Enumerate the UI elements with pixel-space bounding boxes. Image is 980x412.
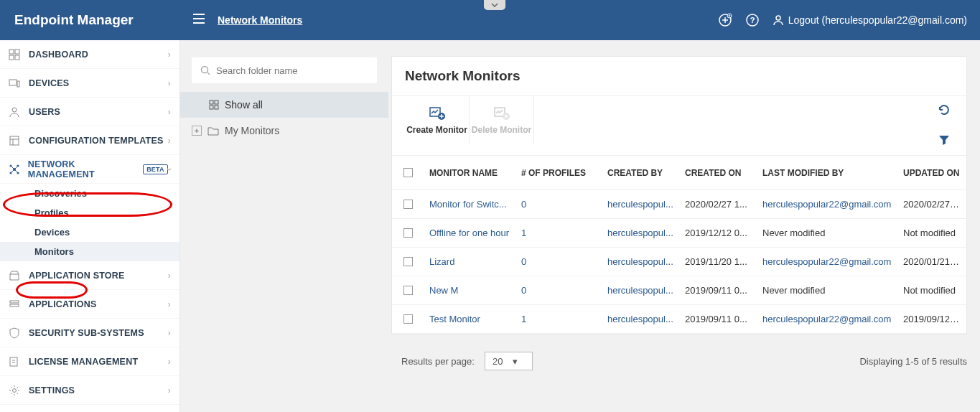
monitor-name-link[interactable]: New M [424,285,515,296]
gear-icon [9,385,26,396]
chevron-down-icon: › [164,167,174,170]
page-title: Network Monitors [392,57,966,95]
select-all-checkbox[interactable] [403,168,413,177]
devices-icon [9,78,26,89]
table-row[interactable]: Monitor for Switc... 0 herculespopul... … [392,190,966,219]
help-icon[interactable]: ? [745,13,760,27]
search-icon [200,65,210,75]
created-by[interactable]: herculespopul... [602,228,679,238]
sidebar-item-devices[interactable]: DEVICES › [0,69,179,98]
expand-icon[interactable]: + [192,126,202,136]
modified-by[interactable]: herculespopular22@gmail.com [757,199,897,210]
svg-point-4 [776,16,780,20]
sidebar-item-settings[interactable]: SETTINGS › [0,376,179,405]
logout-link[interactable]: Logout (herculespopular22@gmail.com) [773,14,967,26]
chevron-down-icon [491,3,498,7]
row-checkbox[interactable] [403,314,413,324]
search-input[interactable] [216,65,368,76]
col-name[interactable]: MONITOR NAME [424,168,515,178]
created-by[interactable]: herculespopul... [602,199,679,210]
svg-rect-24 [215,100,218,104]
created-on: 2019/12/12 0... [679,228,757,238]
table-row[interactable]: Offline for one hour 1 herculespopul... … [392,219,966,248]
table-row[interactable]: Test Monitor 1 herculespopul... 2019/09/… [392,305,966,334]
created-by[interactable]: herculespopul... [602,314,679,324]
col-updated-on[interactable]: UPDATED ON [897,168,966,178]
created-on: 2020/02/27 1... [679,199,757,210]
modified-by[interactable]: herculespopular22@gmail.com [757,256,897,267]
monitors-table: MONITOR NAME # OF PROFILES CREATED BY CR… [392,155,966,334]
sidebar-item-users[interactable]: USERS › [0,98,179,126]
monitor-name-link[interactable]: Offline for one hour [424,228,515,238]
sidebar-sub-discoveries[interactable]: Discoveries [0,184,179,203]
sidebar-sub-profiles[interactable]: Profiles [0,203,179,223]
main-content: Network Monitors Create Monitor Delete M… [388,40,980,412]
svg-rect-9 [9,80,17,85]
sidebar-item-app-store[interactable]: APPLICATION STORE › [0,261,179,290]
row-checkbox[interactable] [403,286,413,295]
profiles-count[interactable]: 0 [515,256,602,267]
sidebar-sub-devices[interactable]: Devices [0,223,179,242]
created-by[interactable]: herculespopul... [602,256,679,267]
monitor-name-link[interactable]: Test Monitor [424,314,515,324]
sidebar-label: LICENSE MANAGEMENT [29,357,138,367]
row-checkbox[interactable] [403,257,413,266]
sidebar-item-network-management[interactable]: NETWORK MANAGEMENT BETA › [0,155,179,184]
folder-icon [207,126,219,136]
svg-rect-12 [10,136,19,145]
store-icon [9,270,26,281]
breadcrumb-link[interactable]: Network Monitors [218,14,302,26]
sidebar-item-dashboard[interactable]: DASHBOARD › [0,40,179,69]
show-all-button[interactable]: Show all [180,92,388,118]
created-on: 2019/11/20 1... [679,256,757,267]
profiles-count[interactable]: 1 [515,314,602,324]
chevron-right-icon: › [168,328,171,338]
svg-rect-19 [10,304,19,306]
created-by[interactable]: herculespopul... [602,285,679,296]
show-all-label: Show all [225,99,263,111]
col-profiles[interactable]: # OF PROFILES [515,168,602,178]
row-checkbox[interactable] [403,228,413,238]
license-icon [9,356,26,367]
filter-icon[interactable] [938,134,950,148]
create-monitor-button[interactable]: Create Monitor [405,96,470,145]
sidebar-sub-monitors[interactable]: Monitors [0,242,179,261]
col-created-by[interactable]: CREATED BY [602,168,679,178]
sidebar-label: APPLICATIONS [29,299,97,309]
row-checkbox[interactable] [403,200,413,209]
templates-icon [9,135,26,146]
hamburger-icon[interactable] [193,14,205,27]
header-dropdown-tab[interactable] [484,0,505,10]
svg-text:?: ? [750,16,755,24]
svg-rect-7 [9,55,14,60]
table-header-row: MONITOR NAME # OF PROFILES CREATED BY CR… [392,156,966,190]
sidebar-item-applications[interactable]: APPLICATIONS › [0,290,179,319]
sidebar-item-security[interactable]: SECURITY SUB-SYSTEMS › [0,319,179,347]
sidebar: DASHBOARD › DEVICES › USERS › CONFIGURAT… [0,40,180,412]
add-icon[interactable] [718,13,732,27]
sidebar-item-license[interactable]: LICENSE MANAGEMENT › [0,347,179,376]
table-row[interactable]: New M 0 herculespopul... 2019/09/11 0...… [392,276,966,305]
network-icon [9,164,25,175]
sidebar-label: NETWORK MANAGEMENT [28,159,139,179]
monitors-card: Network Monitors Create Monitor Delete M… [391,56,967,334]
results-per-page-select[interactable]: 20 ▾ [485,352,533,370]
profiles-count[interactable]: 0 [515,285,602,296]
monitor-name-link[interactable]: Lizard [424,256,515,267]
monitor-name-link[interactable]: Monitor for Switc... [424,199,515,210]
profiles-count[interactable]: 1 [515,228,602,238]
folder-search[interactable] [192,57,377,83]
created-on: 2019/09/11 0... [679,314,757,324]
col-modified-by[interactable]: LAST MODIFIED BY [757,168,897,178]
svg-rect-20 [10,357,17,366]
sidebar-item-config-templates[interactable]: CONFIGURATION TEMPLATES › [0,126,179,155]
profiles-count[interactable]: 0 [515,199,602,210]
col-created-on[interactable]: CREATED ON [679,168,757,178]
tree-root-item[interactable]: + My Monitors [180,118,388,144]
refresh-icon[interactable] [938,103,951,118]
chevron-right-icon: › [168,271,171,281]
brand-title: Endpoint Manager [0,12,180,28]
svg-rect-10 [17,81,19,87]
modified-by[interactable]: herculespopular22@gmail.com [757,314,897,324]
table-row[interactable]: Lizard 0 herculespopul... 2019/11/20 1..… [392,248,966,276]
